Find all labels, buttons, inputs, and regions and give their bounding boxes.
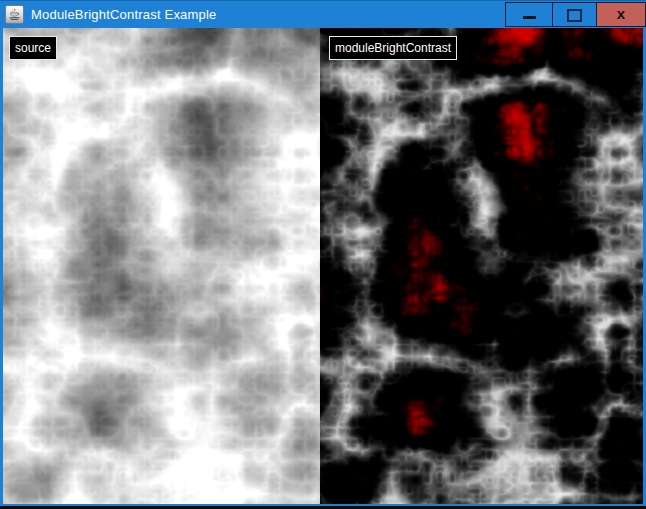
source-panel: source [3, 28, 320, 504]
source-label: source [9, 36, 57, 60]
content-area: source moduleBrightContrast [3, 28, 643, 504]
maximize-icon [567, 9, 582, 22]
close-icon: x [617, 6, 625, 21]
modulebrightcontrast-label: moduleBrightContrast [329, 36, 457, 60]
modulebrightcontrast-image [320, 28, 643, 504]
titlebar[interactable]: ModuleBrightContrast Example x [0, 1, 646, 28]
window-title: ModuleBrightContrast Example [31, 7, 217, 22]
maximize-button[interactable] [553, 2, 597, 27]
window-controls: x [505, 1, 646, 28]
minimize-icon [523, 16, 536, 19]
app-window: ModuleBrightContrast Example x source mo… [0, 0, 646, 506]
modulebrightcontrast-panel: moduleBrightContrast [320, 28, 643, 504]
minimize-button[interactable] [505, 2, 553, 27]
source-image [3, 28, 320, 504]
coffee-cup-glyph [8, 8, 21, 21]
close-button[interactable]: x [597, 2, 646, 27]
java-coffee-cup-icon[interactable] [5, 5, 24, 24]
